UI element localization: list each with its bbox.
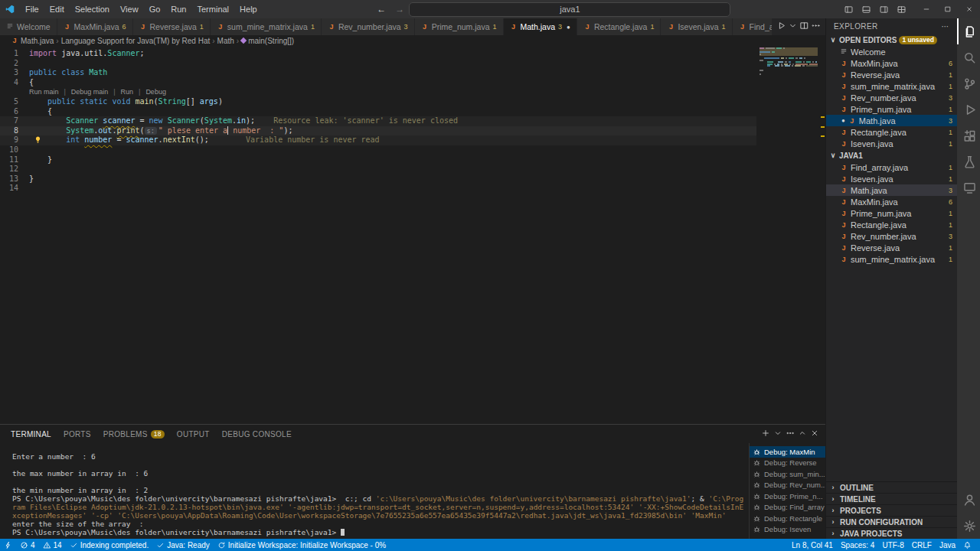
code-editor[interactable]: 1import java.util.Scanner;23public class… [0, 46, 825, 424]
panel-tab-problems[interactable]: PROBLEMS18 [103, 430, 165, 439]
command-center-search[interactable]: java1 [409, 2, 730, 17]
status-java-ready[interactable]: Java: Ready [152, 539, 214, 551]
status-initialize-workspace-initialize-[interactable]: Initialize Workspace: Initialize Workspa… [214, 539, 390, 551]
editor-action-more-button[interactable] [811, 20, 821, 34]
file-item-rev-number-java[interactable]: JRev_number.java3 [826, 92, 957, 103]
menu-go[interactable]: Go [144, 5, 166, 14]
status-ln-8-col-41[interactable]: Ln 8, Col 41 [788, 539, 837, 551]
file-item-maxmin-java[interactable]: JMaxMin.java6 [826, 57, 957, 69]
file-item-reverse-java[interactable]: JReverse.java1 [826, 242, 957, 253]
code-line[interactable]: 7 Scanner scanner = new Scanner(System.i… [0, 116, 756, 126]
status-14[interactable]: 14 [39, 539, 66, 551]
maximize-button[interactable] [937, 0, 959, 18]
code-line[interactable]: 8 System.out.print(s:" plese enter a num… [0, 126, 756, 136]
editor-action-chevron-down-button[interactable] [788, 20, 798, 34]
terminal-tab-debug-maxmin[interactable]: Debug: MaxMin [750, 446, 825, 458]
menu-view[interactable]: View [115, 5, 144, 14]
terminal-tab-debug-iseven[interactable]: Debug: Iseven [750, 524, 825, 536]
code-line[interactable]: 3public class Math [0, 68, 756, 78]
file-item-welcome[interactable]: Welcome [826, 46, 957, 57]
code-line[interactable]: 2 [0, 59, 756, 69]
panel-tab-debug-console[interactable]: DEBUG CONSOLE [222, 430, 292, 439]
panel-action-more-button[interactable] [786, 427, 795, 441]
tab-sum-mine-matrix-java[interactable]: Jsum_mine_matrix.java1 [211, 18, 322, 35]
button-layout-bottom[interactable] [858, 3, 874, 16]
minimap[interactable] [760, 47, 818, 77]
terminal-tab-debug-sum-min[interactable]: Debug: sum_min... [750, 468, 825, 480]
file-item-math-java[interactable]: ●JMath.java3 [826, 115, 957, 126]
breadcrumb-item[interactable]: Language Support for Java(TM) by Red Hat [61, 37, 211, 45]
file-item-rev-number-java[interactable]: JRev_number.java3 [826, 230, 957, 242]
file-item-reverse-java[interactable]: JReverse.java1 [826, 69, 957, 80]
tab-rectangle-java[interactable]: JRectangle.java1 [577, 18, 661, 35]
status-spaces-4[interactable]: Spaces: 4 [837, 539, 878, 551]
terminal-tab-debug-rectangle[interactable]: Debug: Rectangle [750, 513, 825, 524]
menu-selection[interactable]: Selection [70, 5, 115, 14]
status-remote[interactable] [0, 539, 16, 551]
terminal-output[interactable]: Enter a number : 6 the max number in arr… [0, 443, 749, 539]
activity-scm-button[interactable] [957, 70, 980, 96]
codelens-run[interactable]: Run [121, 88, 134, 96]
file-item-find-array-java[interactable]: JFind_array.java1 [826, 161, 957, 173]
file-item-sum-mine-matrix-java[interactable]: Jsum_mine_matrix.java1 [826, 80, 957, 92]
status-java[interactable]: Java [936, 539, 959, 551]
code-line[interactable]: 13} [0, 174, 756, 184]
minimize-button[interactable] [916, 0, 937, 18]
code-line[interactable]: 5 public static void main(String[] args) [0, 97, 756, 107]
open-editors-header[interactable]: ∨ OPEN EDITORS 1 unsaved [826, 34, 957, 46]
menu-edit[interactable]: Edit [44, 5, 70, 14]
code-line[interactable]: 12 [0, 165, 756, 174]
file-item-math-java[interactable]: JMath.java3 [826, 184, 957, 196]
file-item-iseven-java[interactable]: JIseven.java1 [826, 173, 957, 184]
section-java-projects[interactable]: ›JAVA PROJECTS [826, 527, 957, 539]
file-item-sum-mine-matrix-java[interactable]: Jsum_mine_matrix.java1 [826, 253, 957, 265]
button-layout-right[interactable] [876, 3, 892, 16]
section-timeline[interactable]: ›TIMELINE [826, 493, 957, 504]
activity-debug-button[interactable] [957, 96, 980, 122]
section-outline[interactable]: ›OUTLINE [826, 481, 957, 493]
tab-prime-num-java[interactable]: JPrime_num.java1 [415, 18, 504, 35]
terminal-tab-debug-rev-num[interactable]: Debug: Rev_num... [750, 480, 825, 491]
code-line[interactable]: 14 [0, 184, 756, 194]
close-button[interactable] [959, 0, 980, 18]
file-item-prime-num-java[interactable]: JPrime_num.java1 [826, 207, 957, 219]
workspace-folder-header[interactable]: ∨ JAVA1 [826, 149, 957, 161]
code-line[interactable]: 4{ [0, 78, 756, 88]
menu-terminal[interactable]: Terminal [192, 5, 235, 14]
activity-extensions-button[interactable] [957, 122, 980, 148]
section-projects[interactable]: ›PROJECTS [826, 504, 957, 516]
tab-maxmin-java[interactable]: JMaxMin.java6 [57, 18, 133, 35]
activity-search-button[interactable] [957, 44, 980, 70]
activity-account-button[interactable] [957, 487, 980, 513]
code-line[interactable]: 10 [0, 145, 756, 155]
status-crlf[interactable]: CRLF [908, 539, 936, 551]
panel-tab-ports[interactable]: PORTS [64, 430, 91, 439]
code-line[interactable]: 1import java.util.Scanner; [0, 49, 756, 59]
activity-test-button[interactable] [957, 148, 980, 174]
file-item-rectangle-java[interactable]: JRectangle.java1 [826, 126, 957, 138]
activity-files-button[interactable] [957, 18, 980, 44]
codelens-debug-main[interactable]: Debug main [71, 88, 109, 96]
tab-welcome[interactable]: Welcome [0, 18, 57, 35]
menu-run[interactable]: Run [165, 5, 191, 14]
file-item-rectangle-java[interactable]: JRectangle.java1 [826, 219, 957, 230]
tab-reverse-java[interactable]: JReverse.java1 [133, 18, 211, 35]
history-back-button[interactable]: ← [372, 4, 390, 15]
menu-help[interactable]: Help [234, 5, 263, 14]
explorer-more-actions[interactable]: ⋯ [942, 22, 949, 31]
codelens-run-main[interactable]: Run main [29, 88, 59, 96]
breadcrumb-item[interactable]: main(String[]) [241, 37, 294, 45]
tab-iseven-java[interactable]: JIseven.java1 [661, 18, 732, 35]
tab-rev-number-java[interactable]: JRev_number.java3 [322, 18, 415, 35]
status-4[interactable]: 4 [16, 539, 39, 551]
panel-action-chevron-up-button[interactable] [798, 427, 807, 441]
activity-settings-button[interactable] [957, 513, 980, 539]
breadcrumb-item[interactable]: Math [217, 37, 234, 45]
editor-action-run-button[interactable] [776, 20, 786, 34]
status-indexing-completed[interactable]: Indexing completed. [66, 539, 153, 551]
code-line[interactable]: 6 { [0, 107, 756, 117]
file-item-iseven-java[interactable]: JIseven.java1 [826, 138, 957, 149]
file-item-prime-num-java[interactable]: JPrime_num.java1 [826, 103, 957, 115]
terminal-tab-debug-prime-n[interactable]: Debug: Prime_n... [750, 491, 825, 502]
history-forward-button[interactable]: → [390, 4, 409, 15]
